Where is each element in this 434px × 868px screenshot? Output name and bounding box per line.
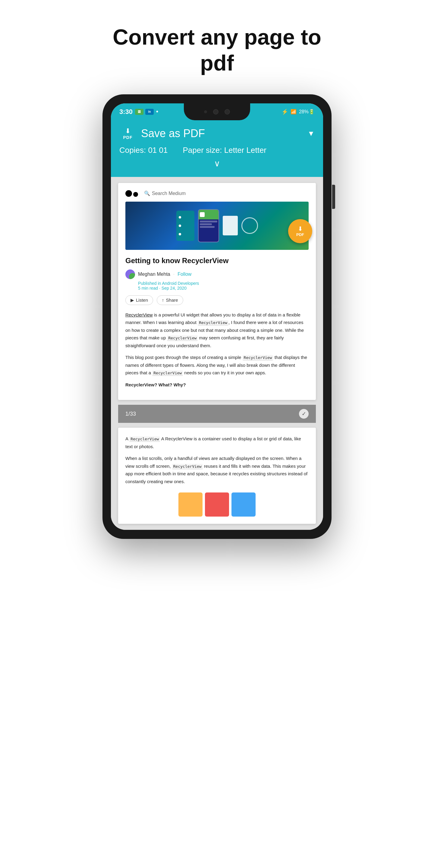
published-in: Published in <box>138 281 162 286</box>
signal-bars: 📶 <box>290 109 297 115</box>
read-time: 5 min read · Sep 24, 2020 <box>138 286 187 290</box>
share-button[interactable]: ↑ Share <box>157 296 183 305</box>
author-meta: Published in Android Developers 5 min re… <box>125 281 309 290</box>
status-icons: 🖼 in <box>135 109 154 115</box>
code-recyclerview-4: RecyclerView <box>152 370 183 376</box>
notch <box>184 103 250 120</box>
download-arrow-icon: ⬇ <box>125 127 130 135</box>
follow-button[interactable]: Follow <box>178 272 191 277</box>
bottom-illustration <box>125 493 309 517</box>
author-name: Meghan Mehta <box>138 272 170 277</box>
body-paragraph-2: This blog post goes through the steps of… <box>125 353 309 377</box>
hero-shape-2 <box>198 209 219 242</box>
app-header-settings: Copies: 01 01 Paper size: Letter Letter <box>119 142 315 156</box>
listen-label: Listen <box>136 298 148 303</box>
listen-share-bar: ▶ Listen ↑ Share <box>125 296 309 305</box>
recyclerview-link-1[interactable]: RecyclerView <box>125 312 153 317</box>
battery-icon: 28%🔋 <box>299 109 315 115</box>
article-title: Getting to know RecyclerView <box>125 256 309 265</box>
play-icon: ▶ <box>130 298 134 303</box>
expand-button[interactable]: ∨ <box>119 156 315 171</box>
body-paragraph-1: RecyclerView is a powerful UI widget tha… <box>125 311 309 350</box>
dot-sep: · <box>173 272 175 277</box>
code-recyclerview-3: RecyclerView <box>243 355 273 361</box>
notch-camera-2 <box>224 109 230 115</box>
medium-dot-medium <box>133 192 138 197</box>
hero-shape-4 <box>241 217 258 234</box>
pdf-icon: ⬇ PDF <box>119 125 136 142</box>
medium-search: 🔍 Search Medium <box>144 190 186 196</box>
hero-shape-1 <box>176 211 194 241</box>
article-body: RecyclerView is a powerful UI widget tha… <box>125 311 309 389</box>
share-label: Share <box>166 298 178 303</box>
page-number: 1/33 <box>125 411 136 417</box>
copies-setting: Copies: 01 01 <box>119 146 167 155</box>
page-title: Convert any page to pdf <box>113 24 321 76</box>
check-icon: ✓ <box>299 409 309 418</box>
content-wrapper: ⬇ PDF 🔍 Search Medium <box>111 177 323 530</box>
author-line: Meghan Mehta · Follow <box>125 270 309 279</box>
paper-size-value: Letter <box>224 146 244 155</box>
pdf-page-2: A RecyclerView A RecyclerView is a conta… <box>118 428 316 524</box>
status-time: 3:30 🖼 in • <box>119 108 158 116</box>
search-text: Search Medium <box>152 191 186 196</box>
notch-camera <box>213 109 218 115</box>
listen-button[interactable]: ▶ Listen <box>125 296 153 305</box>
page2-paragraph-2: When a list scrolls, only a handful of v… <box>125 455 309 485</box>
code-recyclerview-5: RecyclerView <box>129 436 160 442</box>
page-indicator: 1/33 ✓ <box>118 405 316 423</box>
medium-header: 🔍 Search Medium <box>125 190 309 197</box>
fab-pdf-label: PDF <box>296 232 304 237</box>
code-recyclerview-6: RecyclerView <box>172 464 203 469</box>
search-icon: 🔍 <box>144 190 150 196</box>
hero-image <box>125 202 309 250</box>
hero-shapes <box>176 209 258 242</box>
share-icon: ↑ <box>162 298 164 303</box>
medium-dot-large <box>125 190 132 197</box>
phone-screen: 3:30 🖼 in • ⚡ 📶 28%🔋 <box>111 103 323 530</box>
subheading: RecyclerView? What? Why? <box>125 381 309 389</box>
copies-value: 01 <box>148 146 157 155</box>
dot-separator: • <box>156 108 158 115</box>
chevron-down-icon: ∨ <box>214 158 220 168</box>
page2-paragraph-1: A RecyclerView A RecyclerView is a conta… <box>125 435 309 450</box>
hero-shape-3 <box>223 216 238 236</box>
dropdown-arrow-icon[interactable]: ▼ <box>307 129 315 138</box>
fab-pdf-button[interactable]: ⬇ PDF <box>288 219 312 243</box>
author-avatar <box>125 270 135 279</box>
save-pdf-title: Save as PDF <box>141 127 205 140</box>
app-header-top: ⬇ PDF Save as PDF ▼ <box>119 125 315 142</box>
code-recyclerview-1: RecyclerView <box>198 320 228 326</box>
article-body-2: A RecyclerView A RecyclerView is a conta… <box>125 435 309 485</box>
notch-sensor <box>204 110 207 113</box>
phone-frame: 3:30 🖼 in • ⚡ 📶 28%🔋 <box>102 94 332 539</box>
pdf-page-1: 🔍 Search Medium <box>118 183 316 400</box>
fab-download-icon: ⬇ <box>298 225 303 232</box>
paper-size-label: Paper size: <box>183 146 222 155</box>
linkedin-status-icon: in <box>145 109 154 115</box>
pdf-icon-title: ⬇ PDF Save as PDF <box>119 125 205 142</box>
android-badge <box>129 273 135 279</box>
medium-logo <box>125 190 138 197</box>
bluetooth-icon: ⚡ <box>281 108 288 115</box>
side-button <box>332 185 335 209</box>
app-header: ⬇ PDF Save as PDF ▼ Copies: 01 01 Paper … <box>111 120 323 177</box>
illus-card-3 <box>231 493 255 517</box>
illus-card-2 <box>205 493 229 517</box>
publication-name: Android Developers <box>162 281 199 286</box>
image-status-icon: 🖼 <box>135 109 144 115</box>
illus-card-1 <box>179 493 203 517</box>
copies-label: Copies: <box>119 146 146 155</box>
pdf-icon-text: PDF <box>123 135 133 140</box>
status-bar: 3:30 🖼 in • ⚡ 📶 28%🔋 <box>111 103 323 120</box>
status-right-icons: ⚡ 📶 28%🔋 <box>281 108 315 115</box>
code-recyclerview-2: RecyclerView <box>167 336 198 341</box>
paper-size-setting: Paper size: Letter Letter <box>183 146 267 155</box>
